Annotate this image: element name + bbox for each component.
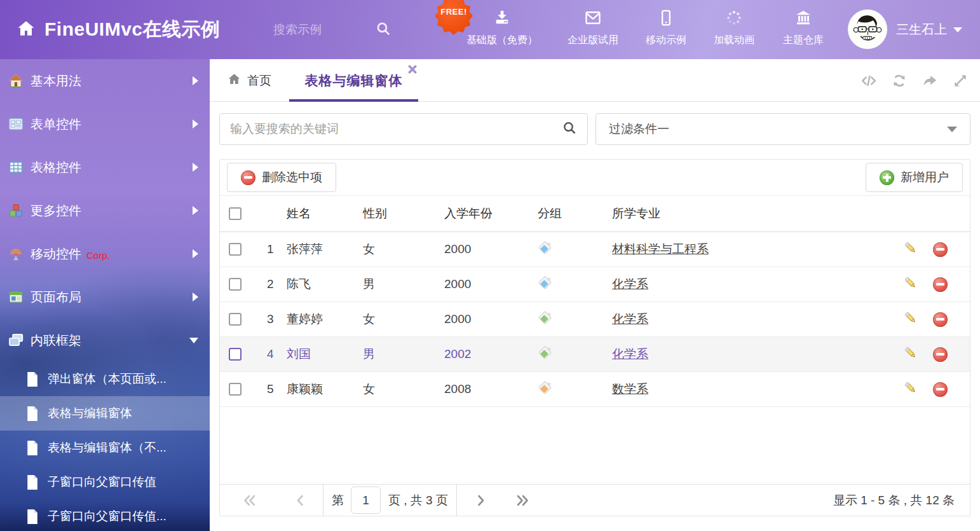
home-icon — [8, 72, 24, 89]
keyword-search-input[interactable] — [230, 122, 562, 136]
row-name: 康颖颖 — [287, 381, 363, 397]
delete-icon[interactable] — [933, 347, 948, 362]
sidebar-subitem-child-to-parent[interactable]: 子窗口向父窗口传值 — [0, 465, 210, 499]
delete-icon[interactable] — [933, 382, 948, 397]
column-header-major[interactable]: 所学专业 — [610, 205, 875, 222]
search-icon[interactable] — [562, 120, 577, 138]
column-header-year[interactable]: 入学年份 — [444, 205, 535, 222]
edit-icon[interactable] — [903, 345, 918, 363]
spinner-icon — [725, 9, 743, 29]
row-index: 1 — [250, 242, 287, 256]
sidebar-item-page-layout[interactable]: 页面布局 — [0, 275, 210, 319]
file-icon — [25, 474, 39, 490]
frames-icon — [8, 332, 24, 348]
file-icon — [25, 509, 39, 525]
tab-grid-edit-window[interactable]: 表格与编辑窗体 — [289, 59, 418, 102]
table-row[interactable]: 3 董婷婷 女 2000 化学系 — [220, 302, 970, 337]
sidebar-item-more-controls[interactable]: 更多控件 — [0, 189, 210, 232]
edit-icon[interactable] — [903, 380, 918, 398]
bank-icon — [794, 9, 812, 29]
signal-icon — [8, 245, 24, 262]
row-name: 张萍萍 — [287, 241, 363, 258]
user-menu[interactable]: 三生石上 — [896, 0, 962, 59]
last-page-button[interactable] — [516, 495, 529, 506]
sidebar-subitem-popup-window[interactable]: 弹出窗体（本页面或... — [0, 362, 210, 396]
grid-panel: 删除选中项 新增用户 姓名 性别 入学年份 分组 所学专业 1 张萍萍 女 20… — [219, 159, 970, 516]
header-search — [273, 18, 413, 42]
sidebar-item-inline-frame[interactable]: 内联框架 — [0, 319, 210, 362]
major-link[interactable]: 材料科学与工程系 — [612, 242, 709, 256]
main-content: 首页 表格与编辑窗体 — [210, 59, 980, 531]
column-header-gender[interactable]: 性别 — [363, 205, 444, 222]
tab-home[interactable]: 首页 — [228, 59, 271, 102]
delete-selected-button[interactable]: 删除选中项 — [227, 163, 336, 192]
table-row[interactable]: 4 刘国 男 2002 化学系 — [220, 337, 970, 372]
forward-icon[interactable] — [922, 72, 938, 89]
chevron-right-icon — [193, 293, 198, 301]
major-link[interactable]: 化学系 — [612, 347, 648, 361]
delete-icon[interactable] — [933, 312, 948, 327]
close-icon[interactable] — [408, 65, 417, 74]
code-icon[interactable] — [861, 72, 877, 89]
filter-row: 过滤条件一 — [219, 113, 970, 145]
row-index: 3 — [250, 312, 287, 326]
row-gender: 女 — [363, 241, 444, 258]
row-checkbox[interactable] — [229, 278, 242, 291]
username: 三生石上 — [896, 21, 947, 38]
sidebar-subitem-grid-edit-window[interactable]: 表格与编辑窗体 — [0, 396, 210, 431]
column-header-name[interactable]: 姓名 — [287, 205, 363, 222]
row-checkbox[interactable] — [229, 243, 242, 256]
delete-icon[interactable] — [933, 277, 948, 292]
sidebar-subitem-grid-edit-window-2[interactable]: 表格与编辑窗体（不... — [0, 431, 210, 465]
edit-icon[interactable] — [903, 310, 918, 328]
chevron-right-icon — [193, 120, 198, 128]
refresh-icon[interactable] — [891, 72, 908, 89]
major-link[interactable]: 数学系 — [612, 382, 648, 396]
sidebar-item-mobile-controls[interactable]: 移动控件 Corp. — [0, 232, 210, 275]
sidebar-item-form-controls[interactable]: 表单控件 — [0, 102, 210, 146]
row-year: 2002 — [444, 347, 535, 361]
select-all-checkbox[interactable] — [229, 207, 242, 220]
sidebar-item-grid-controls[interactable]: 表格控件 — [0, 146, 210, 189]
table-icon — [8, 159, 24, 176]
page-prefix: 第 — [332, 492, 344, 509]
app-logo[interactable]: FineUIMvc在线示例 — [17, 0, 221, 59]
home-icon — [17, 19, 36, 41]
next-page-button[interactable] — [477, 495, 486, 506]
table-row[interactable]: 5 康颖颖 女 2008 数学系 — [220, 372, 970, 407]
row-checkbox[interactable] — [229, 313, 242, 326]
expand-icon[interactable] — [952, 72, 969, 89]
table-row[interactable]: 2 陈飞 男 2000 化学系 — [220, 267, 970, 302]
row-year: 2000 — [444, 277, 535, 291]
row-year: 2000 — [444, 312, 535, 326]
mobile-icon — [657, 9, 675, 29]
search-icon[interactable] — [375, 20, 391, 39]
filter-dropdown[interactable]: 过滤条件一 — [595, 113, 970, 145]
column-header-group[interactable]: 分组 — [535, 205, 610, 222]
first-page-button[interactable] — [243, 495, 256, 506]
major-link[interactable]: 化学系 — [612, 312, 648, 326]
row-index: 4 — [250, 347, 287, 361]
row-name: 刘国 — [287, 346, 363, 362]
chevron-right-icon — [193, 249, 198, 258]
table-row[interactable]: 1 张萍萍 女 2000 材料科学与工程系 — [220, 232, 970, 267]
major-link[interactable]: 化学系 — [612, 277, 648, 291]
tag-icon — [538, 310, 553, 326]
app-title: FineUIMvc在线示例 — [44, 17, 221, 43]
edit-icon[interactable] — [903, 240, 918, 258]
pagination-bar: 第 页 , 共 3 页 显示 1 - 5 条 , 共 12 条 — [220, 484, 970, 516]
sidebar-item-basic-usage[interactable]: 基本用法 — [0, 59, 210, 102]
sidebar-subitem-child-to-parent-2[interactable]: 子窗口向父窗口传值... — [0, 499, 210, 531]
nav-item-theme-repo[interactable]: 主题仓库 — [756, 9, 851, 47]
tag-icon — [538, 380, 553, 396]
delete-icon[interactable] — [933, 242, 948, 257]
add-user-button[interactable]: 新增用户 — [866, 163, 963, 192]
avatar[interactable] — [848, 10, 887, 49]
header-search-input[interactable] — [273, 23, 375, 37]
edit-icon[interactable] — [903, 275, 918, 293]
prev-page-button[interactable] — [296, 495, 304, 506]
row-checkbox[interactable] — [229, 383, 242, 396]
record-summary: 显示 1 - 5 条 , 共 12 条 — [833, 492, 955, 509]
row-checkbox[interactable] — [229, 348, 242, 361]
page-number-input[interactable] — [351, 486, 381, 514]
